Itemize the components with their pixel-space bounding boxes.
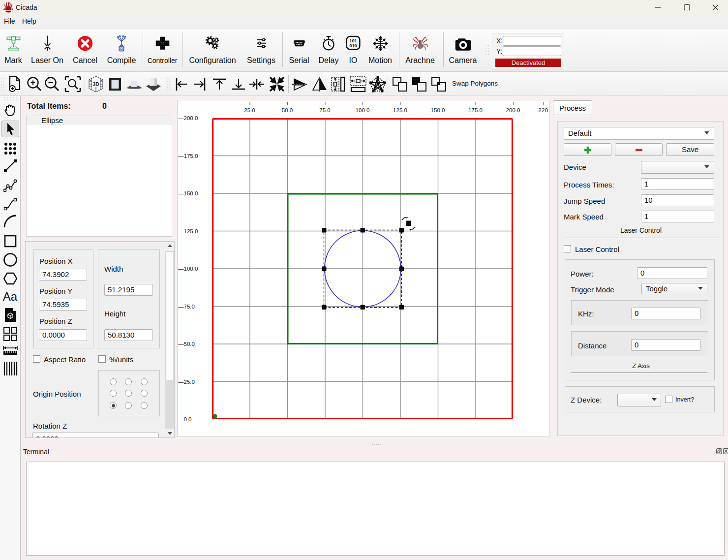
svg-text:75.0: 75.0 xyxy=(319,107,330,113)
svg-text:25.0: 25.0 xyxy=(244,107,255,113)
svg-text:175.0: 175.0 xyxy=(468,107,483,113)
svg-text:220.0: 220.0 xyxy=(539,107,549,113)
svg-text:50.0: 50.0 xyxy=(282,107,293,113)
svg-text:—125.0: —125.0 xyxy=(178,228,198,234)
svg-text:101: 101 xyxy=(349,38,357,43)
svg-text:—50.0: —50.0 xyxy=(178,341,195,347)
svg-text:—175.0: —175.0 xyxy=(178,153,198,159)
svg-text:—25.0: —25.0 xyxy=(178,379,195,385)
svg-text:—75.0: —75.0 xyxy=(178,304,195,310)
svg-text:3D: 3D xyxy=(93,82,99,87)
svg-text:010: 010 xyxy=(349,43,357,48)
svg-text:—100.0: —100.0 xyxy=(178,266,198,272)
svg-text:100.0: 100.0 xyxy=(356,107,370,113)
svg-text:125.0: 125.0 xyxy=(393,107,407,113)
svg-text:—200.0: —200.0 xyxy=(178,115,198,121)
svg-text:150.0: 150.0 xyxy=(431,107,445,113)
svg-text:—0.0: —0.0 xyxy=(178,416,192,422)
svg-text:200.0: 200.0 xyxy=(506,107,520,113)
svg-text:—150.0: —150.0 xyxy=(178,190,198,196)
